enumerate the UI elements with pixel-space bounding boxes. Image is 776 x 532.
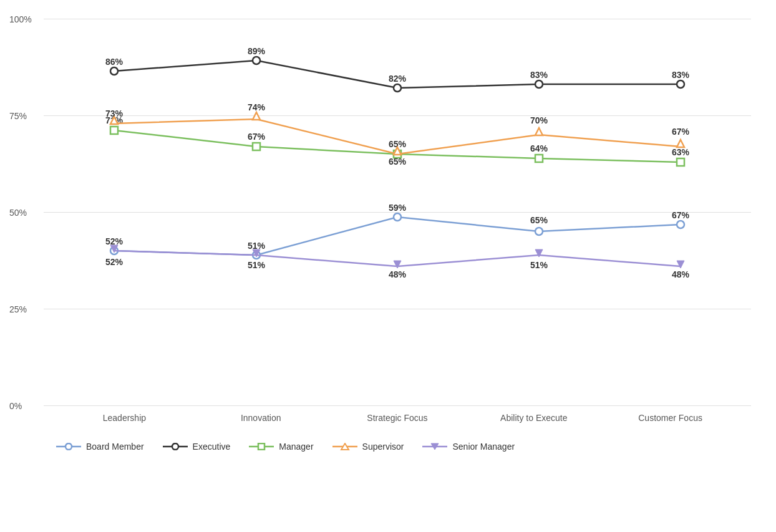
svg-point-13 [253, 57, 260, 64]
svg-point-6 [677, 221, 684, 228]
svg-rect-26 [677, 158, 684, 166]
svg-rect-25 [535, 155, 543, 162]
legend-label-board-member: Board Member [86, 442, 144, 452]
svg-point-15 [535, 80, 543, 88]
chart-legend: Board Member Executive Manager Superviso… [44, 442, 751, 452]
legend-line-manager [249, 443, 274, 450]
series-executive: 86% 89% 82% 83% 83% [105, 46, 690, 92]
legend-item-executive: Executive [163, 442, 231, 452]
x-axis-labels: Leadership Innovation Strategic Focus Ab… [44, 413, 751, 423]
svg-text:89%: 89% [248, 46, 266, 56]
grid-line-0: 0% [44, 405, 751, 406]
y-label-25: 25% [9, 304, 27, 314]
svg-point-4 [394, 213, 401, 221]
legend-line-executive [163, 443, 188, 450]
svg-point-16 [677, 80, 684, 88]
legend-label-executive: Executive [193, 442, 231, 452]
svg-text:67%: 67% [248, 132, 266, 142]
svg-text:73%: 73% [105, 109, 124, 118]
svg-text:51%: 51% [248, 260, 266, 270]
y-label-75: 75% [9, 111, 27, 121]
svg-text:65%: 65% [389, 157, 407, 167]
svg-text:70%: 70% [530, 115, 548, 125]
y-label-100: 100% [9, 14, 32, 24]
legend-label-senior-manager: Senior Manager [452, 442, 515, 452]
svg-marker-33 [253, 112, 260, 120]
x-label-ability-to-execute: Ability to Execute [465, 413, 602, 423]
svg-text:64%: 64% [530, 143, 548, 153]
svg-text:48%: 48% [389, 269, 407, 279]
svg-text:67%: 67% [672, 127, 690, 137]
legend-label-manager: Manager [279, 442, 313, 452]
svg-rect-23 [253, 143, 260, 150]
svg-point-14 [394, 84, 401, 92]
svg-text:83%: 83% [530, 70, 548, 80]
legend-label-supervisor: Supervisor [362, 442, 404, 452]
svg-text:51%: 51% [530, 260, 548, 270]
svg-rect-22 [110, 127, 118, 134]
svg-text:82%: 82% [389, 74, 407, 84]
legend-line-senior-manager [422, 443, 447, 450]
legend-line-board-member [56, 443, 81, 450]
svg-text:65%: 65% [530, 215, 548, 225]
legend-item-manager: Manager [249, 442, 313, 452]
svg-text:67%: 67% [672, 210, 690, 220]
series-supervisor: 73% 74% 65% 70% 67% [105, 102, 690, 167]
x-label-innovation: Innovation [193, 413, 329, 423]
svg-text:86%: 86% [105, 57, 124, 67]
legend-item-board-member: Board Member [56, 442, 144, 452]
legend-line-supervisor [332, 443, 357, 450]
legend-item-supervisor: Supervisor [332, 442, 404, 452]
svg-point-12 [110, 67, 118, 75]
chart-area: 100% 75% 50% 25% 0% [44, 19, 751, 405]
svg-text:52%: 52% [105, 257, 124, 267]
svg-text:63%: 63% [672, 147, 690, 157]
legend-item-senior-manager: Senior Manager [422, 442, 515, 452]
chart-container: 100% 75% 50% 25% 0% [0, 0, 776, 532]
series-board-member: 52% 51% 59% 65% 67% [105, 203, 690, 259]
svg-text:59%: 59% [389, 203, 407, 213]
svg-point-53 [65, 443, 72, 450]
x-label-strategic-focus: Strategic Focus [329, 413, 466, 423]
svg-point-5 [535, 228, 543, 235]
svg-text:74%: 74% [248, 102, 266, 112]
series-senior-manager: 52% 51% 48% 51% 48% [105, 245, 690, 279]
svg-rect-57 [258, 443, 264, 450]
svg-marker-46 [677, 261, 684, 268]
svg-text:48%: 48% [672, 269, 690, 279]
svg-marker-35 [535, 128, 543, 135]
svg-marker-36 [677, 140, 684, 147]
x-label-customer-focus: Customer Focus [602, 413, 739, 423]
line-chart-svg: 52% 51% 59% 65% 67% 86% 89% 82% 83% 83% [44, 19, 751, 405]
y-label-50: 50% [9, 208, 27, 218]
svg-text:83%: 83% [672, 70, 690, 80]
svg-marker-44 [394, 261, 401, 268]
svg-point-55 [172, 443, 178, 450]
x-label-leadership: Leadership [56, 413, 193, 423]
y-label-0: 0% [9, 401, 22, 411]
